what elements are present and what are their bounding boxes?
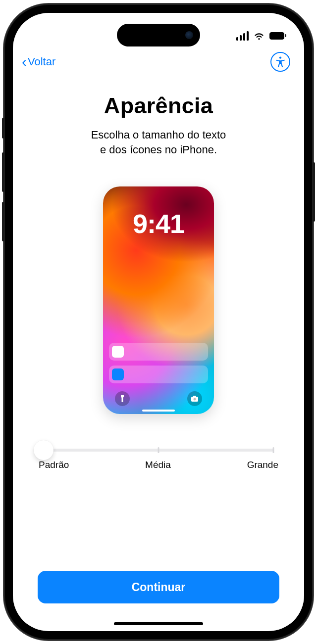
screen: ‹ Voltar Aparência Escolha o tamanho do …	[13, 13, 304, 631]
slider-tick	[273, 447, 274, 453]
silent-switch	[2, 118, 4, 138]
dynamic-island	[117, 24, 200, 46]
size-slider-section: Padrão Média Grande	[33, 439, 284, 470]
chevron-left-icon: ‹	[22, 54, 27, 69]
flashlight-icon	[115, 391, 130, 406]
preview-widgets	[109, 343, 208, 383]
main-content: Aparência Escolha o tamanho do texto e d…	[13, 73, 304, 571]
slider-label-default: Padrão	[39, 460, 69, 470]
svg-point-3	[194, 398, 196, 401]
preview-widget-icon	[112, 368, 124, 380]
size-slider[interactable]	[44, 449, 273, 452]
iphone-device-frame: ‹ Voltar Aparência Escolha o tamanho do …	[4, 4, 313, 640]
home-indicator	[114, 622, 203, 625]
cellular-signal-icon	[236, 31, 249, 41]
svg-rect-2	[193, 396, 196, 397]
navigation-bar: ‹ Voltar	[13, 46, 304, 73]
wifi-icon	[253, 30, 265, 42]
svg-point-0	[279, 56, 281, 58]
preview-clock: 9:41	[103, 208, 214, 239]
lock-screen-preview: 9:41	[103, 186, 214, 414]
back-button-label: Voltar	[28, 55, 55, 68]
power-button	[313, 162, 315, 222]
battery-icon	[269, 32, 286, 40]
back-button[interactable]: ‹ Voltar	[22, 54, 55, 69]
accessibility-icon	[274, 55, 287, 68]
page-subtitle: Escolha o tamanho do texto e dos ícones …	[91, 128, 226, 157]
accessibility-button[interactable]	[270, 52, 290, 72]
front-camera	[185, 31, 193, 39]
slider-tick	[158, 447, 159, 453]
page-title: Aparência	[104, 93, 213, 119]
volume-down-button	[2, 202, 4, 241]
slider-label-large: Grande	[247, 460, 278, 470]
camera-icon	[187, 391, 202, 406]
preview-widget-icon	[112, 346, 124, 358]
preview-home-indicator	[142, 410, 175, 412]
slider-label-medium: Média	[145, 460, 171, 470]
continue-button[interactable]: Continuar	[38, 571, 279, 603]
slider-thumb[interactable]	[34, 440, 53, 460]
preview-widget-row	[109, 366, 208, 383]
preview-widget-row	[109, 343, 208, 361]
slider-labels: Padrão Média Grande	[38, 460, 279, 470]
preview-bottom-controls	[103, 391, 214, 406]
volume-up-button	[2, 152, 4, 192]
